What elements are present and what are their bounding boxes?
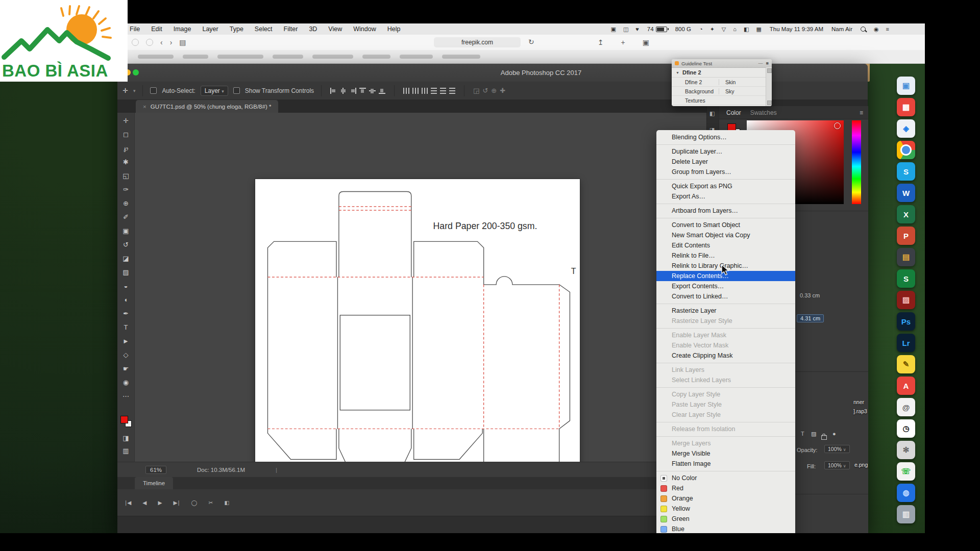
context-menu-item-delete-layer[interactable]: Delete Layer: [656, 157, 795, 167]
distribute-icon-2[interactable]: [412, 88, 419, 94]
opacity-value[interactable]: 100% ∨: [824, 445, 850, 453]
display-icon[interactable]: ⌂: [733, 26, 737, 33]
pen-tool[interactable]: ✒: [117, 310, 134, 317]
hand-tool[interactable]: ☛: [117, 365, 134, 372]
dock-word[interactable]: W: [897, 184, 915, 202]
dock-skype[interactable]: S: [897, 162, 915, 181]
fill-value[interactable]: 100% ∨: [824, 461, 850, 469]
context-menu-item-convert-to-smart-object[interactable]: Convert to Smart Object: [656, 220, 795, 230]
context-menu-item-rasterize-layer-style[interactable]: Rasterize Layer Style: [656, 316, 795, 326]
next-frame-icon[interactable]: ▶∣: [173, 499, 180, 506]
bookmark-item-1[interactable]: [138, 55, 174, 59]
forward-icon[interactable]: ›: [170, 38, 173, 46]
rotate-icon[interactable]: ↺: [482, 87, 488, 94]
menu-3d[interactable]: 3D: [309, 26, 317, 33]
context-menu-item-blue[interactable]: Blue: [656, 524, 795, 534]
context-menu-item-no-color[interactable]: No Color: [656, 473, 795, 483]
floating-panel[interactable]: Guideline Test — ■ ▼ Dfine 2 Dfine 2Skin…: [672, 59, 772, 106]
align-c-icon[interactable]: [340, 88, 347, 94]
bookmark-item-5[interactable]: [312, 55, 353, 59]
dock-spotify[interactable]: S: [897, 269, 915, 288]
dock-adobe-red[interactable]: ▨: [897, 291, 915, 309]
menu-file[interactable]: File: [130, 26, 140, 33]
target-icon[interactable]: ⊕: [491, 87, 497, 94]
spotlight-search-icon[interactable]: [861, 27, 866, 32]
battery-indicator[interactable]: 74: [647, 26, 667, 32]
context-menu-item-blending-options[interactable]: Blending Options…: [656, 132, 795, 142]
dock-chrome[interactable]: [897, 141, 915, 159]
menu-help[interactable]: Help: [387, 26, 401, 33]
distribute-icon-6[interactable]: [449, 88, 455, 94]
tab-timeline[interactable]: Timeline: [135, 477, 173, 489]
context-menu-item-edit-contents[interactable]: Edit Contents: [656, 240, 795, 251]
history-brush-tool[interactable]: ↺: [117, 241, 134, 248]
share-icon[interactable]: ↥: [598, 38, 604, 46]
bookmark-item-3[interactable]: [217, 55, 263, 59]
zoom-tool[interactable]: ◉: [117, 379, 134, 386]
maximize-icon[interactable]: ■: [766, 61, 769, 66]
context-menu-item-create-clipping-mask[interactable]: Create Clipping Mask: [656, 350, 795, 361]
lock-type-icon[interactable]: T: [801, 431, 804, 437]
dock-photoshop[interactable]: Ps: [897, 312, 915, 331]
back-icon[interactable]: ‹: [160, 38, 163, 46]
3d-mode-icon[interactable]: ◲: [473, 87, 479, 94]
context-menu-item-enable-layer-mask[interactable]: Enable Layer Mask: [656, 330, 795, 340]
menu-type[interactable]: Type: [230, 26, 243, 33]
go-to-first-frame-icon[interactable]: ∣◀: [125, 499, 131, 506]
floating-panel-titlebar[interactable]: Guideline Test — ■: [672, 59, 772, 68]
tab-color[interactable]: Color: [726, 109, 741, 116]
menu-select[interactable]: Select: [255, 26, 273, 33]
context-menu-item-export-as[interactable]: Export As…: [656, 191, 795, 202]
dock-utility[interactable]: ▤: [897, 248, 915, 266]
eraser-tool[interactable]: ◪: [117, 255, 134, 262]
dock-powerpoint[interactable]: P: [897, 227, 915, 245]
dock-phone[interactable]: ☏: [897, 462, 915, 481]
scroll-down-nub[interactable]: [767, 101, 772, 105]
minimize-icon[interactable]: —: [758, 61, 763, 66]
dodge-tool[interactable]: ◖: [117, 296, 134, 304]
transition-icon[interactable]: ◧: [224, 499, 229, 506]
context-menu-item-artboard-from-layers[interactable]: Artboard from Layers…: [656, 206, 795, 216]
document-size-readout[interactable]: Doc: 10.3M/56.1M: [197, 467, 245, 473]
document-tab[interactable]: × GU7TC1.psd @ 50% (chung eloga, RGB/8#)…: [136, 100, 278, 113]
lasso-tool[interactable]: ℘: [117, 144, 134, 152]
move-tool[interactable]: ✛: [117, 117, 134, 124]
healing-brush-tool[interactable]: ⊕: [117, 199, 134, 207]
eyedropper-tool[interactable]: ✑: [117, 186, 134, 193]
window-icon[interactable]: ◧: [744, 26, 749, 33]
audio-icon[interactable]: ◯: [191, 499, 198, 506]
context-menu-item-paste-layer-style[interactable]: Paste Layer Style: [656, 399, 795, 410]
health-icon[interactable]: ♥: [635, 26, 639, 33]
dock-airmail[interactable]: A: [897, 377, 915, 395]
group-header-row[interactable]: ▼ Dfine 2: [672, 68, 772, 78]
align-b-icon[interactable]: [379, 88, 385, 94]
type-tool[interactable]: T: [117, 323, 134, 331]
dock-safari[interactable]: ◈: [897, 119, 915, 138]
screen-mode-icon[interactable]: ▥: [117, 447, 134, 455]
more-tools[interactable]: ⋯: [117, 392, 134, 400]
reload-icon[interactable]: ↻: [528, 38, 534, 46]
panel-scrollbar[interactable]: [766, 67, 772, 106]
context-menu-item-export-contents[interactable]: Export Contents…: [656, 281, 795, 291]
align-l-icon[interactable]: [330, 88, 337, 94]
brush-tool[interactable]: ✐: [117, 213, 134, 221]
crop-tool[interactable]: ◱: [117, 172, 134, 180]
panel-row[interactable]: Dfine 2Skin: [672, 78, 772, 87]
marquee-tool[interactable]: ◻: [117, 131, 134, 138]
quick-selection-tool[interactable]: ✱: [117, 158, 134, 166]
panel-row[interactable]: Textures: [672, 96, 772, 105]
bookmark-item-4[interactable]: [273, 55, 303, 59]
context-menu-item-red[interactable]: Red: [656, 483, 795, 493]
context-menu-item-copy-layer-style[interactable]: Copy Layer Style: [656, 389, 795, 399]
collapsed-panel-icon[interactable]: ◧: [709, 110, 715, 117]
context-menu-item-convert-to-linked[interactable]: Convert to Linked…: [656, 291, 795, 302]
record-icon[interactable]: ▣: [611, 26, 616, 33]
dock-extra[interactable]: ▥: [897, 505, 915, 523]
context-menu-item-select-linked-layers[interactable]: Select Linked Layers: [656, 375, 795, 385]
context-menu-item-merge-visible[interactable]: Merge Visible: [656, 448, 795, 459]
context-menu-item-yellow[interactable]: Yellow: [656, 504, 795, 514]
menubar-clock[interactable]: Thu May 11 9:39 AM: [770, 26, 823, 32]
tab-close-icon[interactable]: ×: [143, 104, 146, 110]
distribute-icon-1[interactable]: [403, 88, 409, 94]
lock-fill-icon[interactable]: ●: [832, 431, 836, 437]
